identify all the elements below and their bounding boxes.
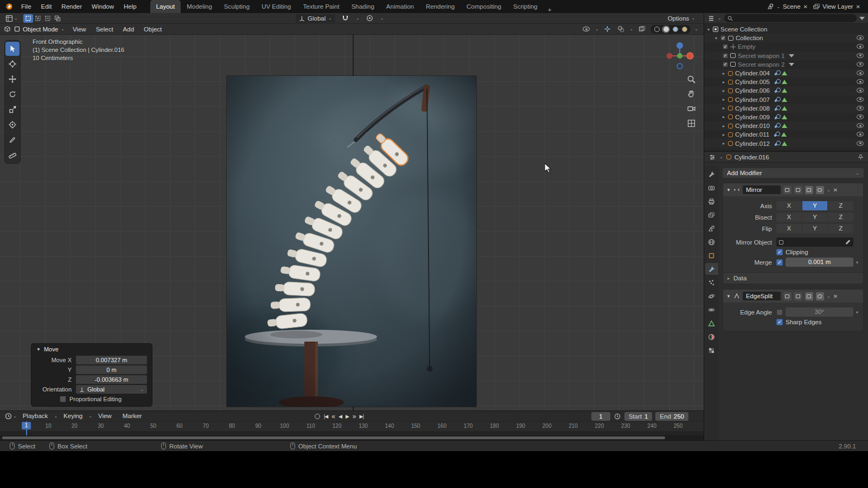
jump-to-end-button[interactable]: ▶| [359, 414, 363, 419]
expand-icon[interactable]: ▾ [707, 27, 713, 32]
play-reverse-button[interactable]: ◀ [339, 414, 342, 419]
unlink-view-layer-icon[interactable]: ✕ [856, 4, 860, 10]
visibility-eye-icon[interactable] [857, 114, 864, 119]
edge-angle-checkbox[interactable] [776, 309, 783, 316]
outliner-row-secret-weapon-1[interactable]: ✓ Secret weapon 1 [704, 52, 868, 60]
tab-sculpting[interactable]: Sculpting [218, 0, 256, 13]
flip-z-button[interactable]: Z [828, 224, 853, 233]
modifier-name-field[interactable]: EdgeSplit [743, 292, 781, 300]
display-realtime-toggle-icon[interactable] [805, 186, 813, 194]
modifier-close-icon[interactable]: ✕ [833, 187, 838, 193]
tab-scripting[interactable]: Scripting [507, 0, 544, 13]
animate-decorator-icon[interactable] [856, 261, 858, 264]
end-frame-field[interactable]: End250 [655, 412, 688, 421]
menu-help[interactable]: Help [119, 0, 142, 13]
display-on-cage-toggle-icon[interactable] [783, 292, 792, 300]
outliner-item-label[interactable]: Scene Collection [720, 26, 767, 33]
modifier-wrench-icon[interactable] [774, 132, 779, 137]
modifier-wrench-icon[interactable] [774, 88, 780, 93]
collection-checkbox[interactable]: ✓ [723, 62, 728, 67]
add-workspace-button[interactable]: + [544, 7, 556, 13]
menu-file[interactable]: File [16, 0, 36, 13]
axis-x-button[interactable]: X [776, 201, 802, 210]
mirror-object-field[interactable] [776, 237, 853, 247]
overlays-icon[interactable] [616, 25, 626, 34]
bisect-z-button[interactable]: Z [828, 213, 853, 222]
timeline-menu-playback[interactable]: Playback [18, 411, 53, 421]
tab-rendering[interactable]: Rendering [420, 0, 461, 13]
expand-icon[interactable]: ▸ [723, 71, 728, 76]
current-frame-field[interactable]: 1 [591, 412, 610, 421]
display-edit-mode-toggle-icon[interactable] [794, 186, 802, 194]
jump-to-start-button[interactable]: |◀ [324, 414, 328, 419]
orientation-value[interactable]: Global [308, 15, 326, 22]
outliner-row-cylinder[interactable]: ▸ Cylinder.007 [704, 95, 868, 104]
select-mode-extend-button[interactable] [33, 14, 43, 23]
expand-icon[interactable]: ▸ [723, 88, 728, 93]
visibility-eye-icon[interactable] [857, 132, 864, 137]
mesh-data-icon[interactable] [782, 88, 787, 93]
tool-cursor[interactable] [5, 57, 20, 71]
move-z-field[interactable]: -0.003663 m [76, 375, 147, 384]
mesh-data-icon[interactable] [782, 124, 787, 128]
visibility-eye-icon[interactable] [857, 44, 864, 49]
outliner-item-label[interactable]: Secret weapon 2 [738, 61, 784, 68]
data-subpanel-header[interactable]: ▸ Data [723, 272, 863, 284]
mesh-data-icon[interactable] [782, 80, 787, 84]
collapse-triangle-icon[interactable]: ▼ [36, 347, 41, 352]
mesh-data-icon[interactable] [781, 132, 787, 137]
tab-object-data[interactable] [705, 317, 718, 329]
shading-wireframe-button[interactable] [653, 25, 661, 33]
edge-angle-slider[interactable]: 30° [786, 307, 853, 317]
outliner-item-label[interactable]: Cylinder.005 [735, 79, 770, 85]
visibility-eye-icon[interactable] [857, 88, 864, 93]
proportional-editing-checkbox[interactable] [60, 396, 66, 402]
menu-edit[interactable]: Edit [36, 0, 57, 13]
sharp-edges-checkbox[interactable]: ✓ [776, 319, 783, 325]
expand-icon[interactable]: ▾ [715, 36, 720, 41]
camera-view-icon[interactable] [687, 104, 696, 113]
mode-dropdown[interactable]: Object Mode ⌄ [11, 26, 68, 33]
outliner-row-cylinder[interactable]: ▸ Cylinder.009 [704, 113, 868, 121]
outliner-item-label[interactable]: Cylinder.004 [735, 70, 770, 76]
visibility-eye-icon[interactable] [857, 35, 864, 40]
flip-x-button[interactable]: X [776, 224, 802, 233]
timeline-ruler[interactable]: 1020304050607080901001101201301401501601… [0, 421, 704, 431]
filter-icon[interactable] [789, 54, 794, 57]
mirror-modifier-header[interactable]: ▼ Mirror ⌄ ✕ [723, 183, 863, 196]
tab-uv-editing[interactable]: UV Editing [256, 0, 297, 13]
visibility-eye-icon[interactable] [857, 106, 864, 111]
tool-rotate[interactable] [5, 87, 20, 101]
menu-window[interactable]: Window [87, 0, 119, 13]
outliner-row-cylinder[interactable]: ▸ Cylinder.006 [704, 86, 868, 95]
visibility-eye-icon[interactable] [857, 70, 864, 75]
outliner-item-label[interactable]: Cylinder.007 [735, 97, 770, 103]
select-mode-new-button[interactable] [23, 14, 33, 23]
expand-icon[interactable]: ▸ [723, 132, 728, 137]
tab-scene[interactable] [705, 222, 718, 234]
animate-decorator-icon[interactable] [856, 311, 858, 313]
tab-world[interactable] [705, 236, 718, 248]
clipping-checkbox[interactable]: ✓ [776, 249, 783, 255]
tab-output[interactable] [705, 195, 718, 207]
properties-editor-icon[interactable] [709, 153, 716, 162]
bisect-y-button[interactable]: Y [802, 213, 828, 222]
viewport-menu-view[interactable]: View [68, 24, 91, 35]
breadcrumb-object-name[interactable]: Cylinder.016 [735, 154, 769, 160]
tab-texture[interactable] [705, 344, 718, 356]
tool-move[interactable] [5, 72, 20, 86]
outliner-row-secret-weapon-2[interactable]: ✓ Secret weapon 2 [704, 60, 868, 69]
operator-panel-header[interactable]: ▼ Move [31, 344, 152, 354]
mode-value[interactable]: Object Mode [23, 26, 58, 33]
next-keyframe-button[interactable]: » [353, 413, 356, 420]
timeline-menu-view[interactable]: View [93, 411, 117, 421]
move-x-field[interactable]: 0.007327 m [76, 356, 147, 364]
tab-material[interactable] [705, 331, 718, 343]
mesh-data-icon[interactable] [782, 71, 787, 75]
timeline-menu-keying[interactable]: Keying [59, 411, 87, 421]
outliner-item-label[interactable]: Cylinder.012 [735, 140, 770, 147]
scrollbar-thumb[interactable] [2, 436, 665, 439]
visibility-eye-icon[interactable] [857, 62, 864, 67]
visibility-eye-icon[interactable] [857, 97, 864, 102]
filter-icon[interactable] [859, 17, 865, 20]
